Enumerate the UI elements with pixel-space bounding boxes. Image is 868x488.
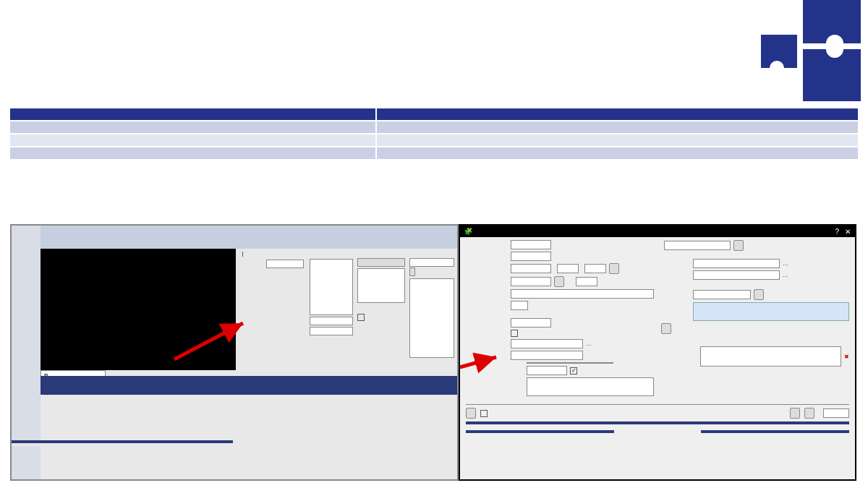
app-icon: 🧩 bbox=[464, 228, 472, 235]
prosthesis-list[interactable] bbox=[527, 362, 613, 364]
referral-field[interactable] bbox=[693, 270, 780, 280]
eclaim-note-field[interactable] bbox=[527, 377, 654, 396]
cell-procedure-0 bbox=[10, 120, 377, 133]
link-existing-adj-button[interactable] bbox=[804, 408, 814, 419]
prognosis-field[interactable] bbox=[310, 317, 353, 325]
set-complete-button[interactable] bbox=[733, 240, 744, 251]
time-end-field[interactable] bbox=[584, 264, 606, 273]
diagnosis-field[interactable] bbox=[511, 339, 583, 348]
adjustments-header bbox=[701, 430, 849, 433]
procedure-list-button[interactable] bbox=[357, 258, 405, 267]
tooth-chart[interactable] bbox=[41, 249, 236, 370]
discount-field[interactable] bbox=[823, 408, 849, 418]
patient-payments-header bbox=[466, 430, 614, 433]
do-not-bill-checkbox[interactable] bbox=[480, 410, 488, 417]
dialog-titlebar: 🧩 ?✕ bbox=[460, 226, 855, 237]
ellipsis-button[interactable]: … bbox=[586, 341, 592, 347]
auto-note-button[interactable] bbox=[754, 289, 764, 300]
procedure-status-field[interactable] bbox=[664, 241, 731, 250]
amount-field[interactable] bbox=[511, 318, 551, 328]
final-field[interactable] bbox=[576, 277, 597, 286]
change-button[interactable] bbox=[554, 276, 564, 287]
date-field[interactable] bbox=[511, 264, 551, 273]
add-new-adj-button[interactable] bbox=[790, 408, 800, 419]
user-field[interactable] bbox=[693, 290, 751, 299]
treatment-plans-checkbox[interactable] bbox=[357, 314, 365, 321]
procedure-code-field[interactable] bbox=[511, 277, 551, 286]
date-entry-field[interactable] bbox=[511, 240, 551, 249]
cell-dates-0 bbox=[377, 120, 858, 133]
type-proc-code-field[interactable] bbox=[409, 258, 454, 267]
cell-dates-1 bbox=[377, 133, 858, 146]
patient-info-panel bbox=[12, 440, 233, 479]
grid-all-header bbox=[41, 376, 457, 385]
search-button[interactable] bbox=[661, 323, 671, 334]
priority-field[interactable] bbox=[310, 327, 353, 335]
entry-date-field[interactable] bbox=[266, 260, 304, 268]
th-procedure bbox=[10, 108, 377, 120]
enter-treatment-panel: | bbox=[236, 249, 457, 370]
priority-field-2[interactable] bbox=[511, 351, 583, 360]
tooth-field[interactable] bbox=[511, 301, 528, 310]
notes-field[interactable] bbox=[693, 302, 849, 321]
close-icon[interactable]: ✕ bbox=[845, 228, 851, 236]
provider-field[interactable] bbox=[693, 259, 780, 268]
procedure-table bbox=[10, 108, 858, 159]
ok-button[interactable] bbox=[409, 267, 415, 276]
cell-dates-2 bbox=[377, 146, 858, 159]
description-field[interactable] bbox=[511, 289, 654, 299]
clear-sig-icon[interactable]: ✖ bbox=[844, 354, 849, 360]
enter-treatment-title: | bbox=[239, 250, 454, 257]
hide-graphics-checkbox[interactable] bbox=[511, 330, 518, 337]
is-estimated-checkbox[interactable]: ✓ bbox=[570, 367, 577, 374]
add-estimate-button[interactable] bbox=[466, 408, 476, 419]
th-dates-needed bbox=[377, 108, 858, 120]
now-button[interactable] bbox=[609, 263, 619, 274]
puzzle-decor bbox=[716, 0, 868, 101]
time-start-field[interactable] bbox=[557, 264, 579, 273]
ellipsis-button[interactable]: … bbox=[783, 272, 788, 278]
ins-est-header bbox=[466, 421, 849, 424]
cell-procedure-1 bbox=[10, 133, 377, 146]
screenshot-chart-module: 🗓 ⚙ | bbox=[10, 224, 459, 481]
screenshot-procedure-info: 🧩 ?✕ bbox=[459, 224, 856, 481]
ellipsis-button[interactable]: … bbox=[783, 260, 788, 267]
help-icon[interactable]: ? bbox=[835, 228, 839, 236]
cell-procedure-2 bbox=[10, 146, 377, 159]
date-tp-field[interactable] bbox=[511, 252, 551, 261]
signature-field[interactable] bbox=[700, 346, 841, 367]
original-date-field[interactable] bbox=[527, 366, 567, 375]
